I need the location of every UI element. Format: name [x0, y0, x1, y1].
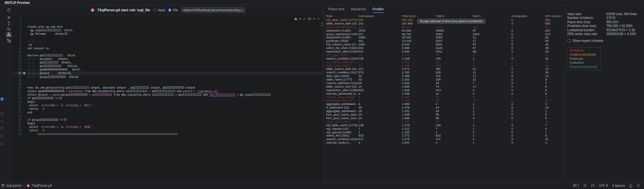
code-line[interactable]: 8 as [13, 43, 323, 47]
code-line[interactable]: 23if @a333333333333 !='0' [13, 97, 323, 100]
input-radio[interactable] [153, 8, 156, 12]
column-header[interactable]: Max k [473, 14, 511, 18]
indent-selector[interactable]: 4 spaces [612, 184, 625, 187]
code-line[interactable]: 16–– –– @vipid dtchar32, [13, 71, 323, 75]
table-row[interactable]: execute_body (1...41.0314101 [324, 141, 562, 145]
file-radio-label[interactable]: File [173, 8, 178, 12]
table-row[interactable]: expression (1495)197852.99910982970237 [324, 29, 562, 33]
table-row[interactable]: predicate (1525)46113.444292717080 [324, 39, 562, 43]
table-row[interactable]: sql_clauses (12)71.1227104 [324, 127, 562, 131]
hierarchy-icon[interactable] [6, 32, 12, 37]
table-row[interactable]: expression (1498)199820.342206421082 [324, 36, 562, 39]
horizontal-scrollbar[interactable] [37, 133, 178, 135]
table-row[interactable]: data_type (1829)322.48811417014 [324, 74, 562, 78]
profiler-table-header[interactable]: RuleInvocationsTime (ms)⌄Total kMax kAmb… [324, 14, 562, 18]
tool-window-icon[interactable] [1, 135, 4, 137]
code-line[interactable]: 26 return -1 [13, 107, 323, 111]
scroll-to-source-icon[interactable] [6, 21, 12, 26]
file-path-value[interactable]: ebelice/Github/tsql-parser/examples/big.… [183, 8, 240, 12]
code-line[interactable]: 29if @vipa333333333333 !='0' [13, 118, 323, 122]
code-line[interactable]: 24begin [13, 100, 323, 104]
table-row[interactable]: select_list (1581)6321.073632106 [324, 134, 562, 137]
code-line[interactable]: 1 [13, 18, 323, 22]
highlighting-level-icon[interactable] [583, 184, 587, 187]
code-line[interactable]: 32 return -1 [13, 129, 323, 132]
table-row[interactable]: aggregate_windowed...181.33118101 [324, 109, 562, 113]
expert-columns-row[interactable]: Show expert columns [567, 39, 644, 43]
table-row[interactable]: aggregate_windowed...41.4954103 [324, 102, 562, 106]
code-line[interactable]: 3create proc up_com_test [13, 25, 323, 29]
code-line[interactable]: 28 [13, 115, 323, 118]
table-row[interactable]: func_proc_name_serv...241.28995405 [324, 117, 562, 120]
table-row[interactable]: search_condition (1519)7354.1587351031 [324, 57, 562, 61]
table-row[interactable]: table_source_item (15...141.959741708 [324, 85, 562, 89]
table-row[interactable]: union_part (1560)81.260389115 [324, 120, 562, 124]
notifications-icon[interactable] [637, 184, 640, 187]
table-row[interactable]: full_table_name (1773)1391.179139107 [324, 124, 562, 127]
table-row[interactable]: column_elem (1612)41.54578318 [324, 96, 562, 99]
caret-position[interactable]: 30:7 [573, 184, 579, 187]
code-line[interactable]: 25 select errorcode = -1, errormsg = '执行… [13, 104, 323, 107]
line-ending-selector[interactable]: LF [591, 184, 595, 187]
profiler-table[interactable]: full_table_name (1775)925294.3220863tabl… [324, 18, 562, 145]
code-line[interactable]: 2 [13, 22, 323, 25]
active-tool-window-icon[interactable] [1, 98, 4, 100]
code-line[interactable]: 6 [13, 36, 323, 39]
search-icon[interactable] [6, 26, 12, 32]
stop-icon[interactable] [6, 15, 12, 20]
code-line[interactable]: 12–– –– @sysdate dtdate, [13, 57, 323, 61]
table-row[interactable]: table_source_item (15...1273.17138121013 [324, 67, 562, 71]
code-line[interactable]: 17–– –– @vipa333333333333 dtkind [13, 75, 323, 79]
table-row[interactable]: query_specification (1...14166.497183441… [324, 25, 562, 29]
code-line[interactable]: 15–– –– @a4444444444444444 dtint, [13, 68, 323, 71]
table-row[interactable]: column_definition (1421)182.06449707 [324, 81, 562, 85]
tab-profiler[interactable]: Profiler [373, 5, 384, 13]
table-row[interactable]: set_special (1485)11.1051101 [324, 131, 562, 134]
code-line[interactable]: 10 [13, 50, 323, 54]
code-line[interactable]: 13–– –– @a2222222222 dtdate, [13, 61, 323, 64]
tool-window-icon[interactable] [1, 127, 4, 130]
next-problem-icon[interactable] [317, 17, 320, 20]
table-row[interactable]: join_part (1637)744.331784178 [324, 53, 562, 57]
table-row[interactable]: expression_elem (1590)6115.266321199026 [324, 50, 562, 53]
column-header[interactable]: Rule [326, 14, 358, 18]
code-line[interactable]: 21select @a444444444444444 = paravalue f… [13, 90, 323, 93]
breadcrumb-project[interactable]: tsql-parser [6, 184, 22, 187]
code-line[interactable]: 20exec nb_com_getsysconfig @a11111111111… [13, 86, 323, 90]
refresh-icon[interactable] [6, 7, 12, 13]
table-row[interactable]: if_statement (31)351.476441015 [324, 106, 562, 109]
column-header[interactable]: DFA cache miss [545, 14, 562, 18]
file-radio[interactable] [168, 8, 171, 12]
table-row[interactable]: as_column_alias (16...73.591284178 [324, 61, 562, 64]
table-row[interactable]: search_condition (1516)4711.0724711011 [324, 137, 562, 141]
code-line[interactable]: 19 [13, 82, 323, 86]
table-row[interactable]: search_condition (1517)4702.78652511030 [324, 71, 562, 74]
column-header[interactable]: Ambiguities [511, 14, 545, 18]
encoding-selector[interactable]: UTF-8 [599, 184, 608, 187]
breadcrumb-file[interactable]: TSqlParser.g4 [32, 184, 52, 187]
code-line[interactable]: 7–– –– –– [13, 40, 323, 43]
tool-window-icon[interactable] [1, 112, 4, 115]
code-line[interactable]: 14–– –– @a333333333333 dtkind, [13, 64, 323, 68]
table-row[interactable]: func_proc_name_data...241.29895405 [324, 113, 562, 117]
inspections-widget[interactable]: 2 23 [294, 17, 320, 20]
code-line[interactable]: 18 [13, 79, 323, 82]
column-header[interactable]: Time (ms)⌄ [402, 14, 436, 18]
table-row[interactable]: execute_parameter (1...41.75811403 [324, 92, 562, 96]
tab-hierarchy[interactable]: Hierarchy [351, 5, 366, 13]
table-row[interactable]: query_expression (1527)11748.76120621910… [324, 33, 562, 36]
table-row[interactable]: full_column_name (17...10948.63583019704… [324, 43, 562, 46]
code-line[interactable]: 22select @vipid = vipid,@vipa33333333333… [13, 93, 323, 97]
table-row[interactable]: expression_elem (1589)4021.948413308 [324, 89, 562, 92]
code-line[interactable]: 5 @p_tblname dtchar32 [13, 32, 323, 36]
code-line[interactable]: 4 @p_vipa1111111111111 dtint, [13, 29, 323, 32]
column-header[interactable]: Total k [436, 14, 473, 18]
project-icon[interactable] [1, 184, 5, 187]
file-path-input[interactable]: ebelice/Github/tsql-parser/examples/big.… [181, 7, 245, 13]
code-line[interactable]: 31 select errorcode = -1, errormsg = '准备… [13, 125, 323, 129]
code-line[interactable]: 11declare @a1111111111111 dtint, [13, 54, 323, 57]
table-row[interactable]: expression_list (157...31.5203010113 [324, 99, 562, 102]
expert-columns-checkbox[interactable] [567, 39, 571, 43]
tool-window-icon[interactable] [1, 120, 4, 123]
code-line[interactable]: 27end [13, 111, 323, 114]
